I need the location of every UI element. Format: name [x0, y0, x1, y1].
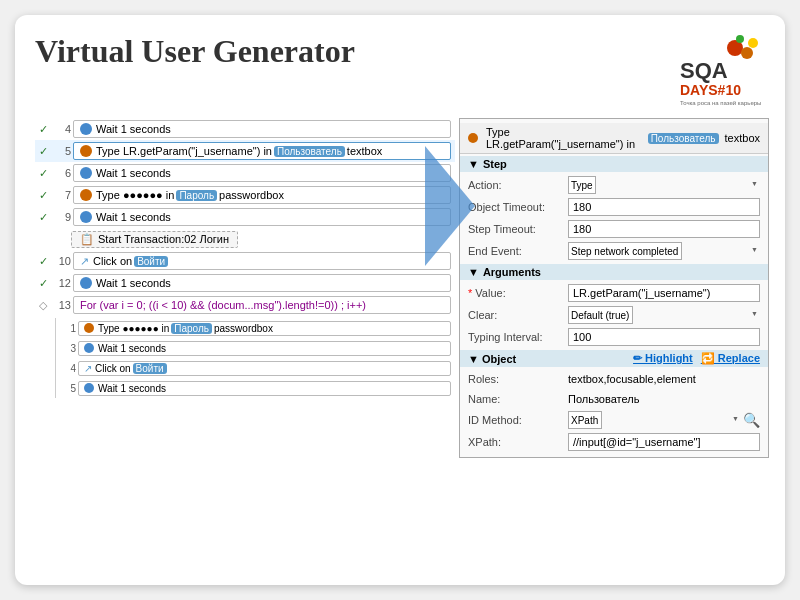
diamond-icon: ◇	[39, 299, 53, 312]
section-label: Arguments	[483, 266, 541, 278]
right-panel: Type LR.getParam("j_username") in Пользо…	[459, 118, 769, 458]
for-loop-content[interactable]: For (var i = 0; ((i < 10) && (docum...ms…	[73, 296, 451, 314]
param-highlight: Пароль	[171, 323, 212, 334]
check-icon: ✓	[39, 255, 53, 268]
content-area: ✓ 4 Wait 1 seconds ✓ 5 Type LR.getParam(…	[15, 118, 785, 458]
step-text: Wait 1 seconds	[96, 211, 171, 223]
id-method-search-icon[interactable]: 🔍	[743, 412, 760, 428]
table-row: 4 ↗ Click on Войти	[56, 358, 455, 378]
table-row: ✓ 4 Wait 1 seconds	[35, 118, 455, 140]
end-event-select-wrapper[interactable]: Step network completed	[568, 242, 760, 260]
action-select-wrapper[interactable]: Type	[568, 176, 760, 194]
end-event-select[interactable]: Step network completed	[568, 242, 682, 260]
rp-field-end-event: End Event: Step network completed	[460, 240, 768, 262]
logo: SQA DAYS#10 Точка роса на пазей карьеры	[675, 33, 765, 108]
step-content-highlighted[interactable]: Type LR.getParam("j_username") in Пользо…	[73, 142, 451, 160]
table-row[interactable]: ✓ 5 Type LR.getParam("j_username") in По…	[35, 140, 455, 162]
step-content[interactable]: Wait 1 seconds	[73, 208, 451, 226]
nested-content[interactable]: Wait 1 seconds	[78, 341, 451, 356]
nested-num: 1	[60, 323, 76, 334]
for-loop-text: For (var i = 0; ((i < 10) && (docum...ms…	[80, 299, 366, 311]
step-text: Wait 1 seconds	[96, 167, 171, 179]
step-content[interactable]: Wait 1 seconds	[73, 274, 451, 292]
rp-field-object-timeout: Object Timeout:	[460, 196, 768, 218]
step-content[interactable]: Type ●●●●●● in Пароль passwordbox	[73, 186, 451, 204]
step-content[interactable]: ↗ Click on Войти	[73, 252, 451, 270]
step-text: Wait 1 seconds	[98, 383, 166, 394]
step-icon	[80, 167, 92, 179]
section-header-left: ▼ Object	[468, 353, 516, 365]
step-content[interactable]: Wait 1 seconds	[73, 164, 451, 182]
table-row: ✓ 7 Type ●●●●●● in Пароль passwordbox	[35, 184, 455, 206]
param-highlight: Войти	[134, 256, 168, 267]
header: Virtual User Generator SQA DAYS#10 Точка…	[15, 15, 785, 118]
line-number: 4	[53, 123, 71, 135]
rp-field-xpath: XPath:	[460, 431, 768, 453]
nested-content[interactable]: Type ●●●●●● in Пароль passwordbox	[78, 321, 451, 336]
id-method-select[interactable]: XPath	[568, 411, 602, 429]
nested-content[interactable]: Wait 1 seconds	[78, 381, 451, 396]
line-number: 12	[53, 277, 71, 289]
rp-field-typing-interval: Typing Interval:	[460, 326, 768, 348]
param-highlight: Пользователь	[274, 146, 345, 157]
field-label: Name:	[468, 393, 568, 405]
field-label: Roles:	[468, 373, 568, 385]
check-icon: ✓	[39, 277, 53, 290]
nested-content[interactable]: ↗ Click on Войти	[78, 361, 451, 376]
object-actions: ✏ Highlight 🔁 Replace	[633, 352, 760, 365]
clear-select-wrapper[interactable]: Default (true)	[568, 306, 760, 324]
line-number: 13	[53, 299, 71, 311]
step-icon	[80, 123, 92, 135]
table-row: 1 Type ●●●●●● in Пароль passwordbox	[56, 318, 455, 338]
svg-marker-7	[425, 146, 475, 266]
line-number: 5	[53, 145, 71, 157]
highlight-link[interactable]: ✏ Highlight	[633, 352, 693, 365]
slide: Virtual User Generator SQA DAYS#10 Точка…	[15, 15, 785, 585]
rp-header-after: textbox	[725, 132, 760, 144]
step-text: Wait 1 seconds	[96, 123, 171, 135]
check-icon: ✓	[39, 167, 53, 180]
step-text: Type ●●●●●● in	[98, 323, 169, 334]
svg-point-3	[736, 35, 744, 43]
typing-interval-input[interactable]	[568, 328, 760, 346]
xpath-input[interactable]	[568, 433, 760, 451]
rp-object-section[interactable]: ▼ Object ✏ Highlight 🔁 Replace	[460, 350, 768, 367]
section-label: Object	[482, 353, 516, 365]
nested-num: 3	[60, 343, 76, 354]
nested-num: 5	[60, 383, 76, 394]
section-label: Step	[483, 158, 507, 170]
rp-field-name: Name: Пользователь	[460, 389, 768, 409]
action-select[interactable]: Type	[568, 176, 596, 194]
object-timeout-input[interactable]	[568, 198, 760, 216]
line-number: 10	[53, 255, 71, 267]
nested-num: 4	[60, 363, 76, 374]
id-method-select-wrapper[interactable]: XPath	[568, 411, 741, 429]
step-content[interactable]: Wait 1 seconds	[73, 120, 451, 138]
step-timeout-input[interactable]	[568, 220, 760, 238]
table-row: ✓ 6 Wait 1 seconds	[35, 162, 455, 184]
link-icon: ↗	[80, 255, 89, 268]
clear-select[interactable]: Default (true)	[568, 306, 633, 324]
svg-text:Точка роса на пазей карьеры: Точка роса на пазей карьеры	[680, 100, 761, 106]
field-label: Typing Interval:	[468, 331, 568, 343]
replace-link[interactable]: 🔁 Replace	[701, 352, 760, 365]
field-label: * Value:	[468, 287, 568, 299]
field-label: Clear:	[468, 309, 568, 321]
value-input[interactable]	[568, 284, 760, 302]
arrow-indicator	[425, 146, 475, 269]
rp-header-icon	[468, 133, 478, 143]
rp-step-section[interactable]: ▼ Step	[460, 156, 768, 172]
table-row: 3 Wait 1 seconds	[56, 338, 455, 358]
line-number: 9	[53, 211, 71, 223]
field-label: End Event:	[468, 245, 568, 257]
step-icon	[84, 323, 94, 333]
rp-arguments-section[interactable]: ▼ Arguments	[460, 264, 768, 280]
transaction-text: Start Transaction:02 Логин	[98, 233, 229, 245]
rp-field-roles: Roles: textbox,focusable,element	[460, 369, 768, 389]
svg-text:SQA: SQA	[680, 58, 728, 83]
rp-header-text: Type LR.getParam("j_username") in	[486, 126, 642, 150]
step-text: Wait 1 seconds	[96, 277, 171, 289]
rp-field-step-timeout: Step Timeout:	[460, 218, 768, 240]
table-row: ✓ 10 ↗ Click on Войти	[35, 250, 455, 272]
rp-header-param: Пользователь	[648, 133, 719, 144]
